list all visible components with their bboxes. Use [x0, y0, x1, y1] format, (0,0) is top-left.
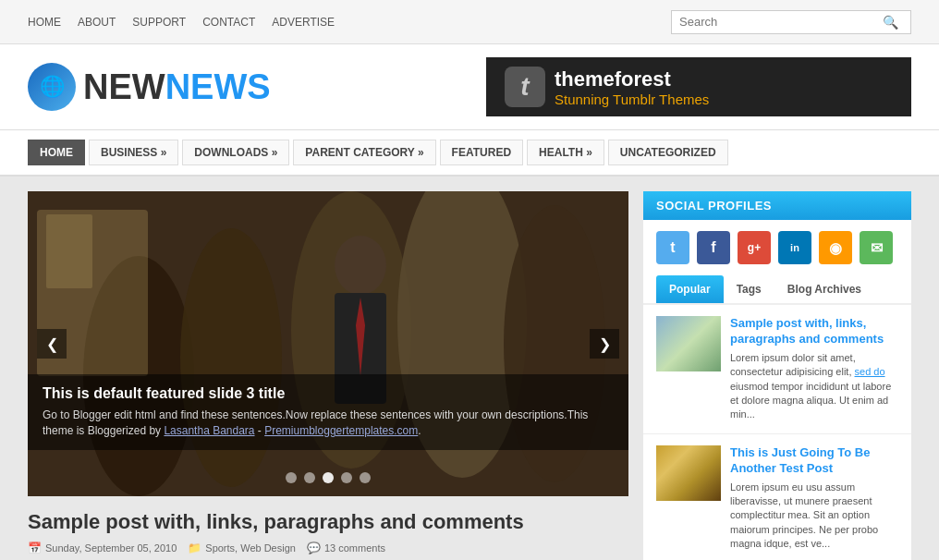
top-nav-bar: HOME ABOUT SUPPORT CONTACT ADVERTISE 🔍 — [0, 0, 939, 44]
nav-about[interactable]: ABOUT — [78, 16, 116, 29]
slide-image — [28, 191, 628, 496]
content-area: This is default featured slide 3 title G… — [0, 177, 939, 560]
comment-icon: 💬 — [307, 542, 321, 554]
article-title: Sample post with, links, paragraphs and … — [28, 509, 628, 536]
tab-tags[interactable]: Tags — [724, 275, 774, 303]
article-date: 📅 Sunday, September 05, 2010 — [28, 542, 177, 554]
sidebar-post-2-excerpt: Lorem ipsum eu usu assum liberavisse, ut… — [730, 481, 898, 552]
banner-tagline: Stunning Tumblr Themes — [555, 91, 709, 107]
main-column: This is default featured slide 3 title G… — [28, 191, 628, 560]
svg-rect-7 — [46, 214, 92, 288]
slide-title: This is default featured slide 3 title — [43, 385, 614, 402]
banner-site-name: themeforest — [555, 67, 709, 91]
search-input[interactable] — [679, 15, 883, 29]
slideshow-next-button[interactable]: ❯ — [590, 329, 619, 359]
slide-dots — [28, 472, 628, 483]
slide-dot-4[interactable] — [341, 472, 352, 483]
social-profiles-widget: SOCIAL PROFILES t f g+ in ◉ ✉ Popular Ta… — [643, 191, 911, 560]
slide-dot-3[interactable] — [323, 472, 334, 483]
slideshow: This is default featured slide 3 title G… — [28, 191, 628, 496]
folder-icon: 📁 — [188, 542, 201, 554]
rss-icon[interactable]: ◉ — [819, 231, 852, 264]
social-icons-row: t f g+ in ◉ ✉ — [643, 220, 911, 275]
sidebar-post-1-excerpt: Lorem ipsum dolor sit amet, consectetur … — [730, 351, 898, 422]
logo-text: NEWNEWS — [83, 67, 271, 107]
tab-popular[interactable]: Popular — [656, 275, 724, 303]
sidebar-post-1-content: Sample post with, links, paragraphs and … — [730, 316, 898, 422]
calendar-icon: 📅 — [28, 542, 42, 554]
logo-dark: NEW — [83, 67, 165, 106]
slide-dot-5[interactable] — [360, 472, 371, 483]
logo-blue: NEWS — [165, 67, 271, 106]
slide-overlay: This is default featured slide 3 title G… — [28, 374, 628, 450]
sidebar-post-1: Sample post with, links, paragraphs and … — [643, 305, 911, 434]
linkedin-icon[interactable]: in — [778, 231, 811, 264]
twitter-icon[interactable]: t — [656, 231, 689, 264]
slide-desc: Go to Blogger edit html and find these s… — [43, 408, 614, 439]
search-icon[interactable]: 🔍 — [883, 15, 898, 30]
sidebar-tabs: Popular Tags Blog Archives — [643, 275, 911, 305]
nav-home[interactable]: HOME — [28, 16, 61, 29]
googleplus-icon[interactable]: g+ — [738, 231, 771, 264]
sidebar-post-2-content: This is Just Going To Be Another Test Po… — [730, 445, 898, 552]
mainnav-downloads[interactable]: DOWNLOADS » — [182, 140, 289, 165]
logo: 🌐 NEWNEWS — [28, 63, 271, 111]
mainnav-uncategorized[interactable]: UNCATEGORIZED — [608, 140, 728, 165]
sidebar: SOCIAL PROFILES t f g+ in ◉ ✉ Popular Ta… — [643, 191, 911, 560]
logo-globe-icon: 🌐 — [28, 63, 76, 111]
main-nav: HOME BUSINESS » DOWNLOADS » PARENT CATEG… — [0, 129, 939, 177]
slide-author-link[interactable]: Lasantha Bandara — [164, 424, 254, 437]
facebook-icon[interactable]: f — [697, 231, 730, 264]
email-icon[interactable]: ✉ — [860, 231, 893, 264]
sidebar-thumb-2 — [656, 445, 721, 501]
top-nav-links: HOME ABOUT SUPPORT CONTACT ADVERTISE — [28, 16, 335, 29]
mainnav-featured[interactable]: FEATURED — [440, 140, 523, 165]
banner-ad[interactable]: t themeforest Stunning Tumblr Themes — [486, 57, 911, 116]
tab-blog-archives[interactable]: Blog Archives — [774, 275, 874, 303]
slideshow-prev-button[interactable]: ❮ — [37, 329, 67, 359]
sidebar-thumb-1 — [656, 316, 721, 371]
banner-text: themeforest Stunning Tumblr Themes — [555, 67, 709, 107]
nav-contact[interactable]: CONTACT — [202, 16, 255, 29]
sidebar-post-2-title[interactable]: This is Just Going To Be Another Test Po… — [730, 445, 898, 477]
article-cats: 📁 Sports, Web Design — [188, 542, 296, 554]
nav-advertise[interactable]: ADVERTISE — [272, 16, 335, 29]
mainnav-business[interactable]: BUSINESS » — [89, 140, 178, 165]
mainnav-home[interactable]: HOME — [28, 140, 85, 165]
article-meta: 📅 Sunday, September 05, 2010 📁 Sports, W… — [28, 542, 628, 554]
sidebar-post-1-title[interactable]: Sample post with, links, paragraphs and … — [730, 316, 898, 347]
svg-point-8 — [335, 236, 386, 295]
sidebar-post-1-link[interactable]: sed do — [855, 366, 885, 377]
article-comments: 💬 13 comments — [307, 542, 385, 554]
mainnav-health[interactable]: HEALTH » — [527, 140, 604, 165]
slide-dot-2[interactable] — [304, 472, 315, 483]
social-profiles-header: SOCIAL PROFILES — [643, 191, 911, 220]
sidebar-post-2: This is Just Going To Be Another Test Po… — [643, 434, 911, 560]
header: 🌐 NEWNEWS t themeforest Stunning Tumblr … — [0, 44, 939, 129]
mainnav-parent-category[interactable]: PARENT CATEGORY » — [293, 140, 435, 165]
banner-logo-icon: t — [505, 67, 545, 107]
slide-site-link[interactable]: Premiumbloggertemplates.com — [264, 424, 418, 437]
search-box: 🔍 — [671, 10, 911, 34]
slide-dot-1[interactable] — [286, 472, 297, 483]
nav-support[interactable]: SUPPORT — [132, 16, 186, 29]
